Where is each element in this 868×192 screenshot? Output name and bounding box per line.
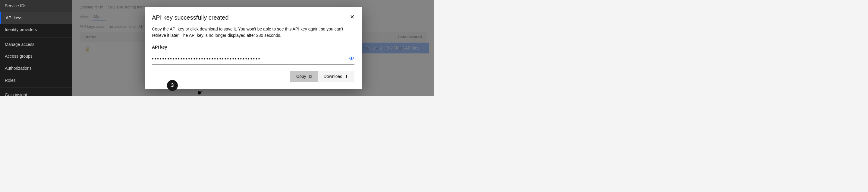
- sidebar-item-label: Identity providers: [5, 27, 37, 33]
- main-content: Looking for m... cally and storing them …: [72, 0, 434, 96]
- sidebar-item-label: Service IDs: [5, 3, 27, 9]
- copy-button[interactable]: Copy ⧉: [290, 71, 318, 82]
- api-key-label: API key: [152, 45, 354, 50]
- sidebar-item-api-keys[interactable]: API keys: [0, 12, 72, 24]
- download-icon: ⬇: [345, 74, 348, 79]
- modal-actions: Copy ⧉ Download ⬇ 3 ☛: [152, 71, 354, 82]
- modal-close-button[interactable]: ✕: [350, 14, 354, 20]
- sidebar-item-label: Access groups: [5, 53, 33, 59]
- api-key-value: ••••••••••••••••••••••••••••••••••••••••…: [152, 56, 349, 62]
- api-key-field: ••••••••••••••••••••••••••••••••••••••••…: [152, 53, 354, 64]
- copy-icon: ⧉: [309, 74, 312, 79]
- modal-title: API key successfully created: [152, 14, 229, 21]
- sidebar-item-label: Authorizations: [5, 65, 32, 72]
- copy-label: Copy: [296, 74, 306, 79]
- download-button[interactable]: Download ⬇: [318, 71, 354, 82]
- sidebar-item-label: Manage access: [5, 42, 34, 48]
- toggle-visibility-icon[interactable]: 👁: [349, 56, 354, 62]
- sidebar-divider-2: [0, 87, 72, 88]
- sidebar-item-identity-providers[interactable]: Identity providers: [0, 24, 72, 36]
- sidebar-item-manage-access[interactable]: Manage access: [0, 39, 72, 51]
- sidebar-divider-1: [0, 37, 72, 37]
- modal-description: Copy the API key or click download to sa…: [152, 26, 354, 39]
- download-label: Download: [324, 74, 342, 79]
- sidebar-item-authorizations[interactable]: Authorizations: [0, 62, 72, 75]
- cursor-hand-icon: ☛: [197, 89, 203, 96]
- step-indicator: 3 ☛: [167, 80, 178, 91]
- step-number: 3: [167, 80, 178, 91]
- sidebar-item-service-ids[interactable]: Service IDs: [0, 0, 72, 12]
- sidebar: Service IDs API keys Identity providers …: [0, 0, 72, 96]
- sidebar-item-label: API keys: [6, 15, 22, 21]
- sidebar-item-label: Roles: [5, 78, 16, 84]
- sidebar-item-access-groups[interactable]: Access groups: [0, 50, 72, 62]
- sidebar-item-gain-insight[interactable]: Gain insight: [0, 89, 72, 96]
- sidebar-item-roles[interactable]: Roles: [0, 75, 72, 87]
- api-key-modal: API key successfully created ✕ Copy the …: [145, 7, 362, 89]
- modal-header: API key successfully created ✕: [152, 14, 354, 21]
- sidebar-item-label: Gain insight: [5, 92, 27, 96]
